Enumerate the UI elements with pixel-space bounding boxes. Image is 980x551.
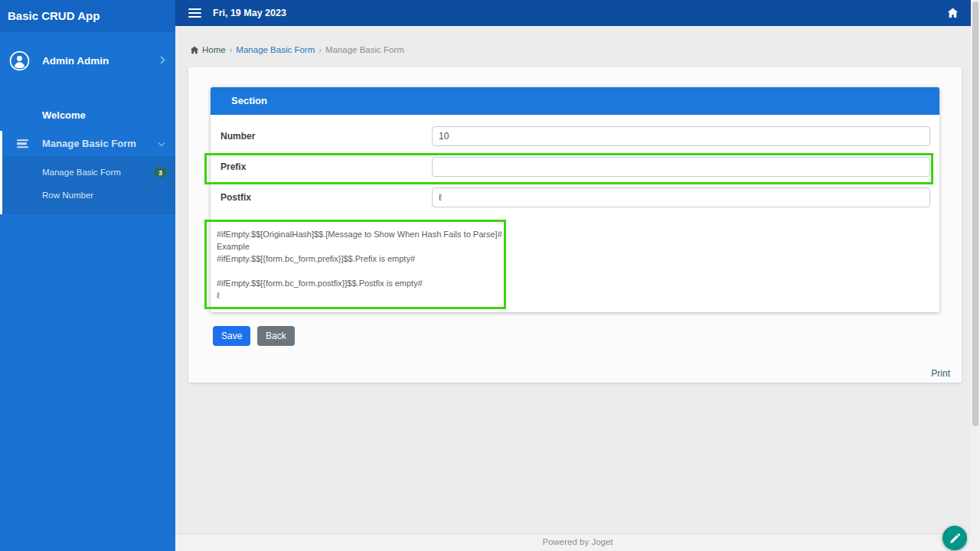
sidebar-subitem-row-number[interactable]: Row Number: [2, 184, 175, 207]
sidebar-subitem-label: Row Number: [42, 191, 93, 200]
content-panel: Section Number Prefix Postfix #ifEmpty.$…: [188, 67, 962, 383]
count-badge: 3: [154, 168, 167, 178]
list-icon: [17, 138, 28, 150]
prefix-label: Prefix: [220, 161, 432, 172]
user-name: Admin Admin: [42, 55, 109, 67]
sidebar-item-welcome[interactable]: Welcome: [0, 103, 175, 128]
breadcrumb-current: Manage Basic Form: [325, 45, 404, 54]
sidebar-subitem-manage-basic-form[interactable]: Manage Basic Form 3: [2, 161, 175, 184]
scrollbar-thumb[interactable]: [972, 2, 978, 426]
menu-icon[interactable]: [188, 6, 201, 20]
user-menu[interactable]: Admin Admin: [0, 32, 175, 88]
postfix-input[interactable]: [432, 187, 930, 207]
form-row-number: Number: [211, 121, 939, 152]
section-header: Section: [211, 87, 939, 115]
form-rows: Number Prefix Postfix: [211, 115, 939, 213]
breadcrumb-home-link[interactable]: Home: [202, 45, 226, 54]
save-button[interactable]: Save: [213, 326, 250, 346]
breadcrumb-separator: ›: [318, 45, 322, 54]
back-button[interactable]: Back: [257, 326, 295, 346]
app-window: Basic CRUD App Admin Admin Welcome Manag…: [0, 0, 980, 551]
form-row-postfix: Postfix: [211, 182, 939, 213]
breadcrumb-manage-basic-form-link[interactable]: Manage Basic Form: [236, 45, 315, 54]
page-scrollbar[interactable]: [971, 0, 980, 551]
sidebar-menu: Welcome Manage Basic Form Manage Basic F…: [0, 103, 175, 214]
chevron-right-icon: [160, 54, 165, 67]
print-link[interactable]: Print: [931, 368, 950, 379]
sidebar-item-label: Welcome: [42, 109, 86, 121]
app-title: Basic CRUD App: [0, 0, 175, 32]
chevron-down-icon: [158, 138, 165, 149]
sidebar-active-group: Manage Basic Form Manage Basic Form 3 Ro…: [0, 131, 175, 214]
sidebar-item-label: Manage Basic Form: [42, 138, 136, 149]
prefix-input[interactable]: [432, 157, 930, 177]
sidebar-subitem-label: Manage Basic Form: [42, 168, 121, 177]
footer: Powered by Joget: [175, 533, 980, 551]
breadcrumb-separator: ›: [230, 45, 233, 54]
home-icon[interactable]: [947, 8, 959, 18]
sidebar-item-manage-basic-form[interactable]: Manage Basic Form: [2, 131, 175, 156]
home-icon: [190, 46, 199, 54]
number-label: Number: [220, 131, 432, 142]
hash-syntax-help-text: #ifEmpty.$$[OriginalHash]$$.[Message to …: [217, 228, 512, 302]
breadcrumb: Home › Manage Basic Form › Manage Basic …: [190, 45, 404, 54]
sidebar-submenu: Manage Basic Form 3 Row Number: [2, 156, 175, 214]
sidebar: Basic CRUD App Admin Admin Welcome Manag…: [0, 0, 175, 551]
topbar: Fri, 19 May 2023: [175, 0, 980, 26]
edit-fab-button[interactable]: [942, 526, 967, 550]
form-row-prefix: Prefix: [211, 152, 939, 182]
topbar-date: Fri, 19 May 2023: [213, 8, 286, 18]
user-avatar-icon: [9, 51, 30, 71]
form-card: Section Number Prefix Postfix #ifEmpty.$…: [211, 87, 939, 312]
pencil-icon: [949, 533, 961, 544]
postfix-label: Postfix: [220, 192, 432, 203]
number-input[interactable]: [432, 126, 930, 146]
